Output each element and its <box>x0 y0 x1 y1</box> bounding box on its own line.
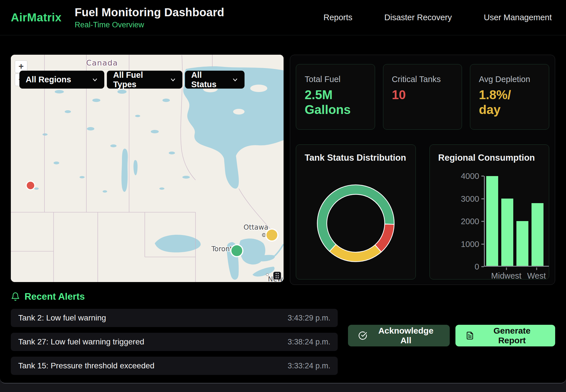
y-tick-label: 2000 <box>461 217 479 226</box>
fuel-type-filter-value: All Fuel Types <box>113 70 165 89</box>
warning-tank-marker[interactable] <box>266 229 278 241</box>
stat-label: Critical Tanks <box>392 75 453 84</box>
y-axis-tick: 3000 <box>461 194 484 203</box>
map-filter-bar: All Regions All Fuel Types All Status <box>19 71 245 89</box>
bell-icon <box>11 292 20 301</box>
y-tick-mark <box>481 244 484 244</box>
app-header: AirMatrix Fuel Monitoring Dashboard Real… <box>0 0 566 35</box>
y-axis-tick: 4000 <box>461 172 484 181</box>
bar-chart-plot-area <box>484 176 549 267</box>
alert-timestamp: 3:43:29 p.m. <box>288 314 330 322</box>
alert-message: Tank 15: Pressure threshold exceeded <box>18 361 154 370</box>
x-tick-label: Midwest <box>491 271 521 279</box>
alert-row[interactable]: Tank 2: Low fuel warning 3:43:29 p.m. <box>11 309 338 327</box>
alerts-section: Recent Alerts Tank 2: Low fuel warning 3… <box>0 285 566 375</box>
bar <box>516 221 528 266</box>
alerts-body: Tank 2: Low fuel warning 3:43:29 p.m. Ta… <box>11 309 555 375</box>
donut-slice-2 <box>329 244 381 262</box>
tank-status-donut-chart <box>305 164 407 275</box>
chevron-down-icon <box>92 77 98 83</box>
check-circle-icon <box>358 331 367 340</box>
bar-chart-y-axis: 40003000200010000 <box>438 176 484 267</box>
acknowledge-all-label: Acknowledge All <box>372 326 439 345</box>
nav-disaster-recovery[interactable]: Disaster Recovery <box>384 13 452 22</box>
status-filter-value: All Status <box>191 70 227 89</box>
status-filter-dropdown[interactable]: All Status <box>185 71 245 89</box>
y-tick-label: 3000 <box>461 194 479 203</box>
main-nav: Reports Disaster Recovery User Managemen… <box>323 13 552 22</box>
x-tick-label: West <box>527 271 546 279</box>
normal-tank-marker[interactable] <box>231 245 243 257</box>
region-filter-value: All Regions <box>26 75 71 84</box>
stat-value-critical-tanks: 10 <box>392 87 442 102</box>
y-tick-mark <box>481 198 484 199</box>
y-axis-tick: 1000 <box>461 239 484 249</box>
main-content: Canada Ottawa Toronto New York + − <box>0 55 566 285</box>
y-tick-label: 4000 <box>461 172 479 181</box>
nav-user-management[interactable]: User Management <box>484 13 552 22</box>
stat-value-avg-depletion: 1.8%/ day <box>479 87 529 117</box>
fuel-type-filter-dropdown[interactable]: All Fuel Types <box>107 71 182 89</box>
chevron-down-icon <box>170 77 176 83</box>
alert-timestamp: 3:38:24 p.m. <box>288 338 330 346</box>
page-subtitle: Real-Time Overview <box>75 21 224 29</box>
region-filter-dropdown[interactable]: All Regions <box>19 71 104 89</box>
page-title: Fuel Monitoring Dashboard <box>75 6 224 19</box>
y-axis-tick: 0 <box>475 262 484 271</box>
chevron-down-icon <box>232 77 238 83</box>
title-block: Fuel Monitoring Dashboard Real-Time Over… <box>75 6 224 29</box>
metrics-panel: Total Fuel 2.5M Gallons Critical Tanks 1… <box>290 55 555 285</box>
map-panel[interactable]: Canada Ottawa Toronto New York + − <box>11 55 284 282</box>
alert-message: Tank 27: Low fuel warning triggered <box>18 337 144 346</box>
alert-timestamp: 3:33:24 p.m. <box>288 362 330 370</box>
alert-message: Tank 2: Low fuel warning <box>18 313 106 322</box>
stat-card-avg-depletion: Avg Depletion 1.8%/ day <box>470 64 549 130</box>
regional-consumption-bar-chart: 40003000200010000 MidwestWest <box>438 176 541 279</box>
y-axis-tick: 2000 <box>461 217 484 226</box>
map-drag-handle[interactable] <box>273 272 281 279</box>
regional-consumption-chart-card: Regional Consumption 40003000200010000 M… <box>429 144 549 279</box>
dashboard-root: AirMatrix Fuel Monitoring Dashboard Real… <box>0 0 566 383</box>
bar <box>532 203 543 266</box>
critical-tank-marker[interactable] <box>26 181 35 190</box>
brand-logo[interactable]: AirMatrix <box>11 11 62 24</box>
stat-label: Total Fuel <box>305 75 366 84</box>
bar <box>486 176 498 266</box>
alerts-header: Recent Alerts <box>11 291 555 302</box>
y-tick-label: 1000 <box>461 239 479 249</box>
nav-reports[interactable]: Reports <box>323 13 353 22</box>
map-label-canada: Canada <box>86 58 118 67</box>
stat-value-total-fuel: 2.5M Gallons <box>305 87 355 117</box>
stats-row: Total Fuel 2.5M Gallons Critical Tanks 1… <box>296 64 549 130</box>
map-label-ottawa: Ottawa <box>244 223 268 231</box>
acknowledge-all-button[interactable]: Acknowledge All <box>348 325 449 346</box>
file-text-icon <box>466 331 474 340</box>
alerts-title: Recent Alerts <box>25 291 85 302</box>
bar <box>501 199 513 266</box>
alert-row[interactable]: Tank 27: Low fuel warning triggered 3:38… <box>11 333 338 351</box>
generate-report-label: Generate Report <box>479 326 545 345</box>
chart-title: Tank Status Distribution <box>305 153 407 163</box>
x-tick-mark <box>506 268 507 270</box>
generate-report-button[interactable]: Generate Report <box>455 325 555 346</box>
x-tick-mark <box>536 268 537 270</box>
stat-card-critical-tanks: Critical Tanks 10 <box>383 64 462 130</box>
alerts-list: Tank 2: Low fuel warning 3:43:29 p.m. Ta… <box>11 309 338 375</box>
y-tick-mark <box>481 221 484 222</box>
tank-status-chart-card: Tank Status Distribution <box>296 144 416 279</box>
charts-row: Tank Status Distribution Regional Consum… <box>296 144 549 279</box>
chart-title: Regional Consumption <box>438 153 541 163</box>
alert-actions: Acknowledge All Generate Report <box>348 325 555 375</box>
bar-chart-x-axis: MidwestWest <box>484 267 549 279</box>
stat-card-total-fuel: Total Fuel 2.5M Gallons <box>296 64 375 130</box>
y-tick-mark <box>481 266 484 267</box>
y-tick-label: 0 <box>475 262 479 271</box>
stat-label: Avg Depletion <box>479 75 540 84</box>
y-tick-mark <box>481 176 484 177</box>
alert-row[interactable]: Tank 15: Pressure threshold exceeded 3:3… <box>11 357 338 375</box>
